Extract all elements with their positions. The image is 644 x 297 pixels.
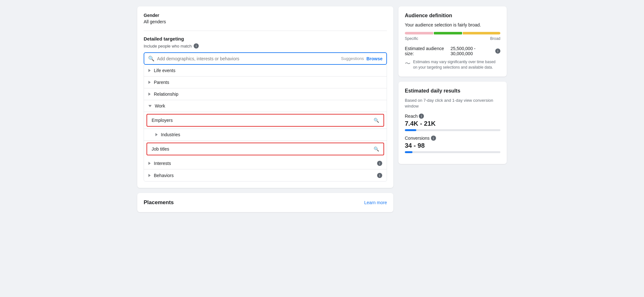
right-panel: Audience definition Your audience select… [398, 6, 507, 212]
employers-search-icon: 🔍 [374, 118, 379, 123]
conversions-progress-fill [405, 151, 412, 153]
include-people-row: Include people who match i [144, 43, 387, 48]
suggestions-label: Suggestions [341, 56, 364, 61]
learn-more-link[interactable]: Learn more [364, 200, 387, 205]
employers-row: Employers 🔍 [144, 112, 387, 129]
estimated-size-value: 25,500,000 - 30,000,000 [450, 46, 494, 56]
placements-header: Placements Learn more [144, 199, 387, 206]
behaviors-label: Behaviors [154, 173, 377, 178]
employers-label: Employers [152, 118, 374, 123]
conversions-progress-bar [405, 151, 500, 153]
divider [144, 31, 387, 31]
audience-size-info-icon[interactable]: i [495, 48, 500, 54]
audience-definition-title: Audience definition [405, 13, 500, 19]
estimated-daily-desc: Based on 7-day click and 1-day view conv… [405, 98, 500, 109]
job-titles-label: Job titles [152, 146, 374, 152]
behaviors-info-icon[interactable]: i [377, 173, 382, 178]
interests-info-icon[interactable]: i [377, 161, 382, 166]
gender-label: Gender [144, 13, 387, 18]
relationship-label: Relationship [154, 92, 382, 97]
dropdown-list: Life events Parents Relationship Work [144, 65, 387, 182]
list-item-work[interactable]: Work [144, 100, 387, 112]
wave-icon: 〜 [405, 60, 411, 68]
audience-description: Your audience selection is fairly broad. [405, 22, 500, 27]
left-panel: Gender All genders Detailed targeting In… [137, 6, 393, 188]
conversions-value: 34 - 98 [405, 142, 500, 149]
chevron-right-icon [148, 69, 151, 72]
job-titles-item[interactable]: Job titles 🔍 [147, 143, 384, 155]
estimated-daily-title: Estimated daily results [405, 88, 500, 94]
list-item-life-events[interactable]: Life events [144, 65, 387, 77]
browse-button[interactable]: Browse [366, 56, 383, 61]
gender-value: All genders [144, 19, 387, 24]
reach-info-icon[interactable]: i [419, 114, 424, 119]
page-layout: Gender All genders Detailed targeting In… [131, 0, 513, 219]
work-label: Work [155, 103, 382, 108]
gauge-pink [405, 32, 433, 34]
broad-label: Broad [490, 36, 500, 41]
list-item-relationship[interactable]: Relationship [144, 88, 387, 100]
gauge-yellow [463, 32, 500, 34]
search-icon: 🔍 [148, 56, 154, 62]
chevron-down-icon [148, 105, 152, 107]
job-titles-row: Job titles 🔍 [144, 141, 387, 157]
chevron-right-icon [155, 133, 158, 136]
estimated-daily-card: Estimated daily results Based on 7-day c… [398, 82, 507, 164]
industries-item[interactable]: Industries [144, 129, 387, 141]
chevron-right-icon [148, 174, 151, 177]
list-item-interests[interactable]: Interests i [144, 157, 387, 169]
life-events-label: Life events [154, 68, 382, 73]
work-sub-items: Employers 🔍 Industries Job titles 🔍 [144, 112, 387, 157]
reach-value: 7.4K - 21K [405, 120, 500, 127]
estimate-note: 〜 Estimates may vary significantly over … [405, 59, 500, 70]
reach-label: Reach [405, 114, 418, 119]
conversions-label: Conversions [405, 136, 430, 141]
parents-label: Parents [154, 80, 382, 85]
placements-title: Placements [144, 199, 174, 206]
estimate-note-text: Estimates may vary significantly over ti… [413, 59, 500, 70]
employers-item[interactable]: Employers 🔍 [147, 114, 384, 127]
include-people-label: Include people who match [144, 44, 192, 48]
chevron-right-icon [148, 162, 151, 165]
conversions-info-icon[interactable]: i [431, 136, 436, 141]
list-item-parents[interactable]: Parents [144, 77, 387, 88]
chevron-right-icon [148, 81, 151, 84]
chevron-right-icon [148, 93, 151, 96]
search-box[interactable]: 🔍 Suggestions Browse [144, 52, 387, 65]
estimated-size-label: Estimated audience size: [405, 46, 449, 56]
placements-section: Placements Learn more [137, 193, 393, 212]
interests-label: Interests [154, 161, 377, 166]
list-item-behaviors[interactable]: Behaviors i [144, 169, 387, 181]
reach-progress-fill [405, 129, 416, 131]
reach-label-row: Reach i [405, 114, 500, 119]
gauge-green [434, 32, 462, 34]
include-people-info-icon[interactable]: i [194, 43, 199, 48]
conversions-label-row: Conversions i [405, 136, 500, 141]
industries-label: Industries [161, 132, 382, 137]
specific-label: Specific [405, 36, 418, 41]
audience-size-row: Estimated audience size: 25,500,000 - 30… [405, 46, 500, 56]
reach-progress-bar [405, 129, 500, 131]
gender-section: Gender All genders [144, 13, 387, 24]
job-titles-search-icon: 🔍 [374, 146, 379, 152]
gauge-labels: Specific Broad [405, 36, 500, 41]
audience-definition-card: Audience definition Your audience select… [398, 6, 507, 77]
detailed-targeting-title: Detailed targeting [144, 36, 387, 41]
search-input[interactable] [157, 56, 339, 61]
gauge-bar [405, 32, 500, 34]
